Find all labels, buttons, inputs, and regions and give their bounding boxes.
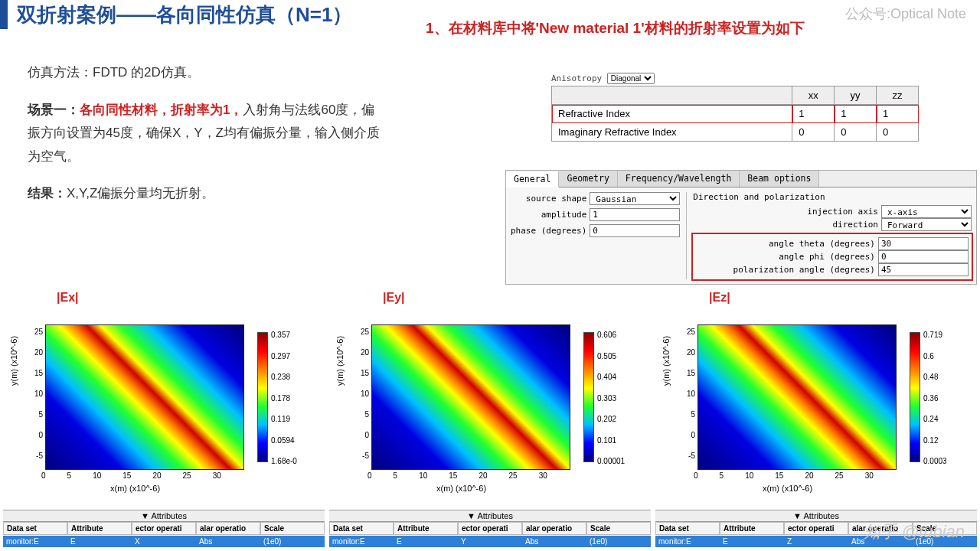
description-block: 仿真方法：FDTD 的2D仿真。 场景一：各向同性材料，折射率为1，入射角与法线…	[28, 61, 380, 220]
ri-yy[interactable]: 1	[835, 105, 877, 123]
source-tabs: General Geometry Frequency/Wavelength Be…	[506, 171, 976, 187]
source-left-col: source shapeGaussian amplitude phase (de…	[511, 192, 680, 279]
phi-input[interactable]	[878, 250, 969, 263]
attr-columns: Data setAttributeector operatialar opera…	[3, 522, 325, 535]
colorbar	[257, 332, 268, 462]
y-ticks: 2520151050-5	[354, 321, 369, 466]
colorbar-ticks: 0.3570.2970.2380.1780.1190.05941.68e-0	[271, 331, 297, 465]
direction-select[interactable]: Forward	[881, 218, 972, 231]
col-yy: yy	[835, 86, 877, 105]
col-zz: zz	[877, 86, 919, 105]
anisotropy-label: Anisotropy	[551, 73, 602, 83]
plot-axes[interactable]	[371, 324, 570, 470]
x-axis-label: x(m) (x10^-6)	[110, 484, 160, 493]
amplitude-input[interactable]	[590, 208, 680, 221]
colorbar	[910, 332, 920, 462]
x-ticks: 051015202530	[368, 471, 547, 480]
x-ticks: 051015202530	[694, 471, 874, 480]
colorbar	[583, 332, 594, 462]
result-row: 结果：X,Y,Z偏振分量均无折射。	[28, 182, 380, 206]
attr-data-row[interactable]: monitor:EEYAbs(1e0)	[329, 536, 651, 547]
x-ticks: 051015202530	[41, 471, 221, 480]
colorbar-ticks: 0.6060.5050.4040.3030.2020.1010.00001	[597, 331, 625, 465]
scene-red: 各向同性材料，折射率为1，	[80, 103, 243, 117]
tab-frequency[interactable]: Frequency/Wavelength	[618, 171, 740, 187]
sim-method-value: FDTD 的2D仿真。	[93, 65, 200, 80]
pol-angle-label: polarization angle (degrees)	[733, 265, 875, 275]
chart-title: |Ey|	[383, 291, 405, 305]
col-blank	[552, 86, 792, 105]
heatmap-area	[698, 325, 896, 469]
amplitude-label: amplitude	[541, 210, 587, 220]
refractive-index-row: Refractive Index 1 1 1	[552, 105, 919, 123]
injection-axis-select[interactable]: x-axis	[881, 205, 972, 218]
y-axis-label: y(m) (x10^-6)	[662, 336, 671, 386]
attributes-header[interactable]: ▼ Attributes	[329, 510, 651, 522]
direction-pol-header: Direction and polarization	[693, 192, 972, 202]
source-shape-select[interactable]: Gaussian	[590, 192, 680, 205]
ri-zz[interactable]: 1	[877, 105, 919, 123]
x-axis-label: x(m) (x10^-6)	[436, 484, 486, 493]
ri-label: Refractive Index	[552, 105, 792, 123]
source-right-col: Direction and polarization injection axi…	[686, 192, 972, 279]
title-accent	[0, 0, 8, 29]
plot-axes[interactable]	[45, 324, 244, 470]
result-value: X,Y,Z偏振分量均无折射。	[67, 186, 214, 201]
y-ticks: 2520151050-5	[28, 321, 43, 466]
theta-input[interactable]	[878, 237, 969, 250]
phi-label: angle phi (degrees)	[779, 252, 875, 262]
source-shape-label: source shape	[526, 194, 586, 204]
col-xx: xx	[792, 86, 835, 105]
sim-method-row: 仿真方法：FDTD 的2D仿真。	[28, 61, 380, 85]
zhihu-watermark: 知乎 @tubian	[864, 520, 965, 543]
red-instruction: 1、在材料库中将'New material 1'材料的折射率设置为如下	[426, 18, 805, 39]
iri-zz[interactable]: 0	[877, 123, 919, 142]
sim-method-label: 仿真方法：	[28, 65, 93, 80]
attributes-header[interactable]: ▼ Attributes	[3, 510, 325, 522]
material-table: Anisotropy Diagonal xx yy zz Refractive …	[551, 73, 919, 142]
chart-title: |Ex|	[57, 291, 79, 305]
tab-beam[interactable]: Beam options	[740, 171, 819, 187]
scene-row: 场景一：各向同性材料，折射率为1，入射角与法线60度，偏振方向设置为45度，确保…	[28, 99, 380, 169]
y-axis-label: y(m) (x10^-6)	[335, 336, 345, 386]
refractive-index-grid: xx yy zz Refractive Index 1 1 1 Imaginar…	[551, 86, 919, 142]
phase-label: phase (degrees)	[511, 226, 586, 236]
angle-highlight-box: angle theta (degrees) angle phi (degrees…	[693, 234, 972, 279]
tab-general[interactable]: General	[506, 171, 559, 187]
chart-title: |Ez|	[709, 291, 730, 305]
direction-label: direction	[832, 220, 878, 230]
anisotropy-select[interactable]: Diagonal	[607, 73, 655, 84]
y-axis-label: y(m) (x10^-6)	[9, 336, 18, 386]
result-label: 结果：	[28, 186, 67, 201]
pol-angle-input[interactable]	[878, 263, 969, 276]
heatmap-area	[46, 325, 243, 469]
attr-columns: Data setAttributeector operatialar opera…	[329, 522, 651, 535]
iri-yy[interactable]: 0	[835, 123, 877, 142]
y-ticks: 2520151050-5	[680, 321, 695, 466]
injection-axis-label: injection axis	[807, 207, 878, 217]
iri-label: Imaginary Refractive Index	[552, 123, 792, 142]
attr-data-row[interactable]: monitor:EEXAbs(1e0)	[3, 536, 325, 547]
tab-geometry[interactable]: Geometry	[559, 171, 617, 187]
imag-ri-row: Imaginary Refractive Index 0 0 0	[552, 123, 919, 142]
page-title: 双折射案例——各向同性仿真（N=1）	[17, 2, 352, 28]
plot-axes[interactable]	[697, 324, 897, 470]
colorbar-ticks: 0.7190.60.480.360.240.120.0003	[923, 331, 947, 465]
ri-xx[interactable]: 1	[792, 105, 835, 123]
heatmap-area	[372, 325, 570, 469]
phase-input[interactable]	[590, 224, 680, 237]
theta-label: angle theta (degrees)	[769, 239, 875, 249]
watermark-text: 公众号:Optical Note	[845, 5, 966, 23]
source-settings-panel: General Geometry Frequency/Wavelength Be…	[505, 170, 977, 285]
iri-xx[interactable]: 0	[792, 123, 835, 142]
anisotropy-row: Anisotropy Diagonal	[551, 73, 919, 84]
x-axis-label: x(m) (x10^-6)	[763, 484, 812, 493]
scene-label: 场景一：	[28, 103, 80, 117]
